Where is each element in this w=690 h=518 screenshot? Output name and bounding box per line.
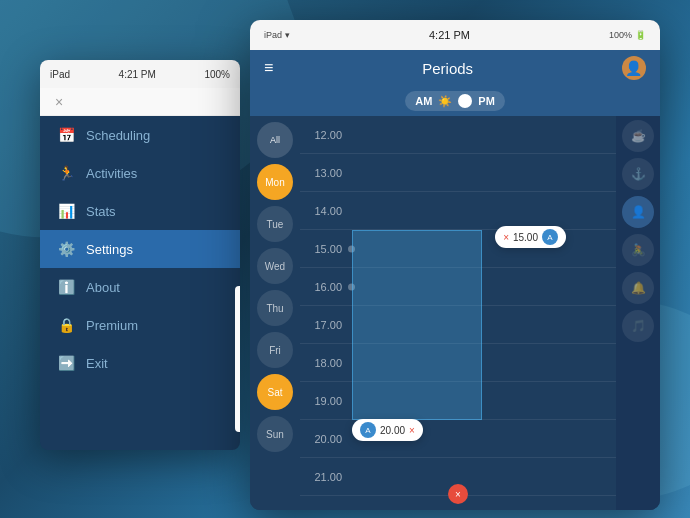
day-all-button[interactable]: All xyxy=(257,122,293,158)
time-label-15: 15.00 xyxy=(300,243,352,255)
time-row-20: 20.00 xyxy=(300,420,616,458)
time-label-18: 18.00 xyxy=(300,357,352,369)
right-panel: iPad ▾ 4:21 PM 100% 🔋 ≡ Periods 👤 AM ☀️ … xyxy=(250,20,660,510)
dot-15 xyxy=(348,245,355,252)
wifi-icon: ▾ xyxy=(285,30,290,40)
signal-area: iPad ▾ xyxy=(264,30,290,40)
time-bar-22[interactable] xyxy=(352,496,616,510)
activities-icon: 🏃 xyxy=(58,165,74,181)
hamburger-icon[interactable]: ≡ xyxy=(264,59,273,77)
battery-icon: 🔋 xyxy=(635,30,646,40)
stats-icon: 📊 xyxy=(58,203,74,219)
close-button[interactable]: × xyxy=(50,93,68,111)
periods-title: Periods xyxy=(422,60,473,77)
time-row-18: 18.00 xyxy=(300,344,616,382)
ipad-time-left: 4:21 PM xyxy=(119,69,156,80)
sun-icon: ☀️ xyxy=(438,95,452,108)
time-label-21: 21.00 xyxy=(300,471,352,483)
ipad-status-bar-right: iPad ▾ 4:21 PM 100% 🔋 xyxy=(250,20,660,50)
delete-button[interactable]: × xyxy=(448,484,468,504)
time-label-20: 20.00 xyxy=(300,433,352,445)
periods-toolbar: ≡ Periods 👤 xyxy=(250,50,660,86)
submenu-linkedin[interactable]: Linkedin xyxy=(235,398,240,424)
time-bar-15[interactable] xyxy=(352,230,616,267)
nav-about[interactable]: ℹ️ About xyxy=(40,268,240,306)
time-bar-16[interactable] xyxy=(352,268,616,305)
right-icons-column: ☕ ⚓ 👤 🚴 🔔 🎵 xyxy=(616,116,660,510)
nav-stats[interactable]: 📊 Stats xyxy=(40,192,240,230)
time-bar-17[interactable] xyxy=(352,306,616,343)
left-panel: iPad 4:21 PM 100% × 📅 Scheduling 🏃 Activ… xyxy=(40,60,240,450)
avatar[interactable]: 👤 xyxy=(622,56,646,80)
nav-activities-label: Activities xyxy=(86,166,137,181)
toggle-knob[interactable] xyxy=(458,94,472,108)
time-row-12: 12.00 xyxy=(300,116,616,154)
time-label-22: 22.00 xyxy=(300,509,352,511)
ipad-battery-left: 100% xyxy=(204,69,230,80)
ampm-bar: AM ☀️ PM xyxy=(250,86,660,116)
nav-premium-label: Premium xyxy=(86,318,138,333)
battery-area: 100% 🔋 xyxy=(609,30,646,40)
day-column: All Mon Tue Wed Thu Fri Sat Sun xyxy=(250,116,300,510)
right-icon-bell[interactable]: 🔔 xyxy=(622,272,654,304)
time-row-14: 14.00 xyxy=(300,192,616,230)
time-bar-12[interactable] xyxy=(352,116,616,153)
time-label-13: 13.00 xyxy=(300,167,352,179)
ipad-time-right: 4:21 PM xyxy=(429,29,470,41)
time-bar-19[interactable] xyxy=(352,382,616,419)
day-fri-button[interactable]: Fri xyxy=(257,332,293,368)
nav-settings-label: Settings xyxy=(86,242,133,257)
time-bar-13[interactable] xyxy=(352,154,616,191)
time-chip-15[interactable]: × 15.00 A xyxy=(495,226,566,248)
day-thu-button[interactable]: Thu xyxy=(257,290,293,326)
day-mon-button[interactable]: Mon xyxy=(257,164,293,200)
time-bar-21[interactable] xyxy=(352,458,616,495)
nav-settings[interactable]: ⚙️ Settings Email Facebook Twitter Googl… xyxy=(40,230,240,268)
right-icon-anchor[interactable]: ⚓ xyxy=(622,158,654,190)
time-row-16: 16.00 xyxy=(300,268,616,306)
ipad-brand-right: iPad xyxy=(264,30,282,40)
day-tue-button[interactable]: Tue xyxy=(257,206,293,242)
submenu-email[interactable]: Email xyxy=(235,294,240,320)
submenu-googleplus[interactable]: Google+ xyxy=(235,372,240,398)
scheduling-icon: 📅 xyxy=(58,127,74,143)
ipad-brand-left: iPad xyxy=(50,69,70,80)
time-row-13: 13.00 xyxy=(300,154,616,192)
right-icon-coffee[interactable]: ☕ xyxy=(622,120,654,152)
nav-scheduling[interactable]: 📅 Scheduling xyxy=(40,116,240,154)
chip-icon-20: A xyxy=(360,422,376,438)
schedule-area: All Mon Tue Wed Thu Fri Sat Sun × 15.00 … xyxy=(250,116,660,510)
time-bar-18[interactable] xyxy=(352,344,616,381)
premium-icon: 🔒 xyxy=(58,317,74,333)
submenu-facebook[interactable]: Facebook xyxy=(235,320,240,346)
timeline-area: × 15.00 A A 20.00 × 12.00 13.00 xyxy=(300,116,616,510)
nav-scheduling-label: Scheduling xyxy=(86,128,150,143)
day-wed-button[interactable]: Wed xyxy=(257,248,293,284)
am-option[interactable]: AM xyxy=(415,95,432,107)
battery-percent-right: 100% xyxy=(609,30,632,40)
time-chip-20[interactable]: A 20.00 × xyxy=(352,419,423,441)
nav-exit-label: Exit xyxy=(86,356,108,371)
time-label-17: 17.00 xyxy=(300,319,352,331)
chip-x-15[interactable]: × xyxy=(503,232,509,243)
chip-value-20: 20.00 xyxy=(380,425,405,436)
right-icon-music[interactable]: 🎵 xyxy=(622,310,654,342)
nav-exit[interactable]: ➡️ Exit xyxy=(40,344,240,382)
pm-option[interactable]: PM xyxy=(478,95,495,107)
nav-stats-label: Stats xyxy=(86,204,116,219)
right-icon-bike[interactable]: 🚴 xyxy=(622,234,654,266)
time-bar-14[interactable] xyxy=(352,192,616,229)
nav-activities[interactable]: 🏃 Activities xyxy=(40,154,240,192)
time-label-19: 19.00 xyxy=(300,395,352,407)
day-sun-button[interactable]: Sun xyxy=(257,416,293,452)
time-grid: 12.00 13.00 14.00 15.00 xyxy=(300,116,616,510)
avatar-icon: 👤 xyxy=(625,60,642,76)
day-sat-button[interactable]: Sat xyxy=(257,374,293,410)
exit-icon: ➡️ xyxy=(58,355,74,371)
nav-premium[interactable]: 🔒 Premium xyxy=(40,306,240,344)
dot-16 xyxy=(348,283,355,290)
chip-x-20[interactable]: × xyxy=(409,425,415,436)
ampm-toggle[interactable]: AM ☀️ PM xyxy=(405,91,505,111)
submenu-twitter[interactable]: Twitter xyxy=(235,346,240,372)
right-icon-person[interactable]: 👤 xyxy=(622,196,654,228)
